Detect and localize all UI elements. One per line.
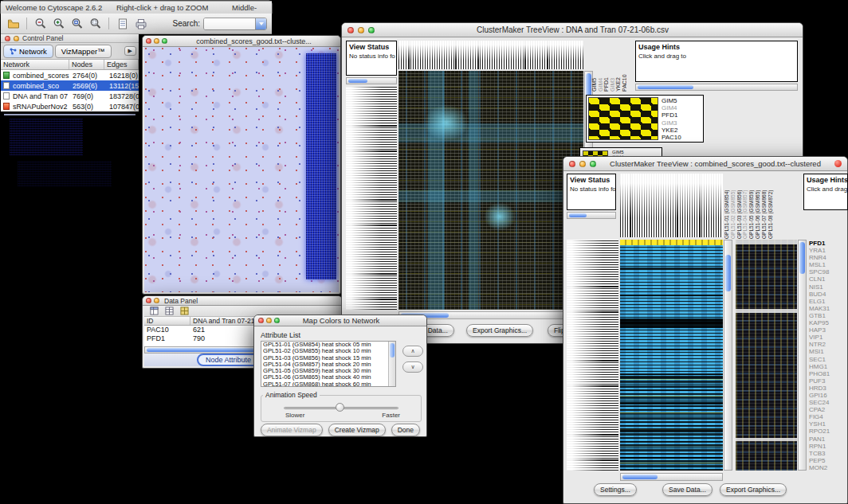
gene-label[interactable]: ELG1	[809, 298, 847, 305]
treeview2-title-bar[interactable]: ClusterMaker TreeView : combined_scores_…	[563, 157, 847, 171]
gene-label[interactable]: SEC1	[809, 356, 847, 363]
minimize-icon[interactable]	[266, 318, 272, 323]
horizontal-scrollbar[interactable]	[567, 212, 616, 219]
table-grid-icon[interactable]	[163, 306, 175, 315]
network-overview-thumbnail[interactable]	[4, 114, 135, 115]
network-table-row[interactable]: combined_sco 2569(6) 13112(15)	[1, 80, 139, 91]
close-icon[interactable]	[258, 318, 264, 323]
vertical-scrollbar[interactable]	[724, 240, 732, 471]
minimize-icon[interactable]	[358, 27, 364, 33]
scrollbar-thumb[interactable]	[725, 255, 731, 291]
gene-label[interactable]: PFD1	[809, 240, 847, 247]
gene-label[interactable]: RPN1	[809, 443, 847, 450]
gene-label[interactable]: MSI1	[809, 348, 847, 355]
horizontal-scrollbar[interactable]	[620, 473, 723, 481]
select-attributes-icon[interactable]	[148, 306, 159, 315]
maximize-icon[interactable]	[274, 318, 280, 323]
gene-label[interactable]: HMG1	[809, 363, 847, 370]
chevron-down-icon[interactable]	[255, 18, 266, 29]
gene-label[interactable]: SEC24	[809, 399, 847, 406]
network-canvas[interactable]	[144, 47, 339, 292]
gene-label[interactable]: RPO21	[809, 428, 847, 435]
gene-label[interactable]: MON2	[809, 464, 847, 471]
scrollbar-thumb[interactable]	[638, 85, 693, 89]
gene-label[interactable]: HRD3	[809, 385, 847, 392]
attribute-listbox[interactable]: GPL51-01 (GSM854) heat shock 05 minGPL51…	[261, 341, 396, 387]
gene-label[interactable]: GTB1	[809, 312, 847, 319]
zoom-out-icon[interactable]	[33, 16, 48, 32]
float-icon[interactable]	[154, 298, 159, 303]
zoom-fit-icon[interactable]	[88, 16, 103, 32]
network-view-title-bar[interactable]: combined_scores_good.txt--cluste...	[143, 36, 340, 47]
gene-label[interactable]: PEP5	[809, 457, 847, 464]
gene-label[interactable]: TCB3	[809, 450, 847, 457]
search-input[interactable]	[204, 18, 255, 29]
gene-label[interactable]: YSH1	[809, 420, 847, 428]
gene-label[interactable]: PHO81	[809, 370, 847, 377]
scrollbar-thumb[interactable]	[622, 475, 658, 479]
scrollbar-thumb[interactable]	[348, 79, 367, 83]
network-table-row[interactable]: combined_scores 2764(0) 16218(0)	[1, 70, 139, 80]
tab-network[interactable]: Network	[3, 45, 53, 58]
search-combobox[interactable]	[203, 18, 267, 30]
maximize-icon[interactable]	[368, 27, 375, 33]
expression-heatmap[interactable]	[398, 71, 583, 310]
close-icon[interactable]	[146, 298, 151, 303]
close-icon[interactable]	[146, 38, 151, 44]
move-down-button[interactable]: ∨	[402, 361, 423, 373]
document-icon[interactable]	[115, 16, 130, 32]
move-up-button[interactable]: ∧	[402, 346, 423, 357]
vertical-scrollbar[interactable]	[798, 240, 807, 471]
column-dendrogram[interactable]	[398, 41, 583, 69]
gene-label[interactable]: GPI16	[809, 392, 847, 399]
scrollbar-thumb[interactable]	[147, 348, 266, 352]
gene-label[interactable]: SPC98	[809, 268, 847, 275]
close-icon[interactable]	[569, 161, 575, 167]
gene-label[interactable]: HAP3	[809, 326, 847, 334]
create-vizmap-button[interactable]: Create Vizmap	[328, 424, 386, 436]
minimize-icon[interactable]	[579, 161, 586, 167]
dialog-title-bar[interactable]: Map Colors to Network	[254, 315, 426, 326]
maximize-icon[interactable]	[162, 38, 167, 44]
animate-vizmap-button[interactable]: Animate Vizmap	[261, 424, 323, 436]
scrollbar-thumb[interactable]	[799, 242, 805, 274]
zoom-in-icon[interactable]	[51, 16, 66, 32]
gene-label[interactable]: VIP1	[809, 334, 847, 341]
gene-label[interactable]: RNR4	[809, 254, 847, 261]
gene-label[interactable]: NIS1	[809, 283, 847, 291]
gene-label[interactable]: CPA2	[809, 406, 847, 413]
panel-close-icon[interactable]	[5, 36, 10, 41]
horizontal-scrollbar[interactable]	[346, 77, 397, 84]
gene-label[interactable]: MSL1	[809, 261, 847, 268]
export-graphics-button[interactable]: Export Graphics...	[466, 324, 533, 337]
maximize-icon[interactable]	[590, 161, 596, 167]
tab-vizmapper[interactable]: VizMapper™	[55, 45, 112, 58]
row-dendrogram[interactable]	[346, 87, 397, 310]
close-icon[interactable]	[347, 27, 354, 33]
gene-label[interactable]: NTR2	[809, 341, 847, 348]
gene-label[interactable]: PUF3	[809, 377, 847, 385]
scrollbar-thumb[interactable]	[569, 213, 587, 217]
column-dendrogram[interactable]	[620, 174, 723, 237]
zoom-heatmap[interactable]	[736, 240, 797, 471]
vertical-scrollbar[interactable]	[388, 342, 395, 386]
control-panel-header[interactable]: Control Panel	[1, 34, 139, 43]
attribute-list-item[interactable]: GPL51-07 (GSM868) heat shock 60 min	[261, 381, 395, 387]
gene-label[interactable]: PAN1	[809, 436, 847, 443]
settings-button[interactable]: Settings...	[594, 483, 637, 496]
gene-label[interactable]: KAP95	[809, 319, 847, 326]
gene-label[interactable]: FIG4	[809, 413, 847, 420]
gene-label[interactable]: BUD4	[809, 291, 847, 298]
data-panel-title-bar[interactable]: Data Panel	[143, 296, 342, 306]
tab-overflow-button[interactable]: ▶	[124, 46, 136, 56]
open-folder-icon[interactable]	[6, 16, 21, 32]
panel-float-icon[interactable]	[14, 36, 19, 41]
gene-label[interactable]: YRA1	[809, 247, 847, 254]
zoom-selected-icon[interactable]	[69, 16, 84, 32]
network-table-row[interactable]: sRNAPuberNov2 563(0) 107847(0)	[1, 101, 139, 111]
minimize-icon[interactable]	[154, 38, 159, 44]
done-button[interactable]: Done	[391, 424, 420, 436]
save-data-button[interactable]: Save Data...	[662, 483, 713, 496]
network-table-row[interactable]: DNA and Tran 07 769(0) 183728(0)	[1, 91, 139, 101]
matrix-icon[interactable]	[179, 306, 190, 315]
